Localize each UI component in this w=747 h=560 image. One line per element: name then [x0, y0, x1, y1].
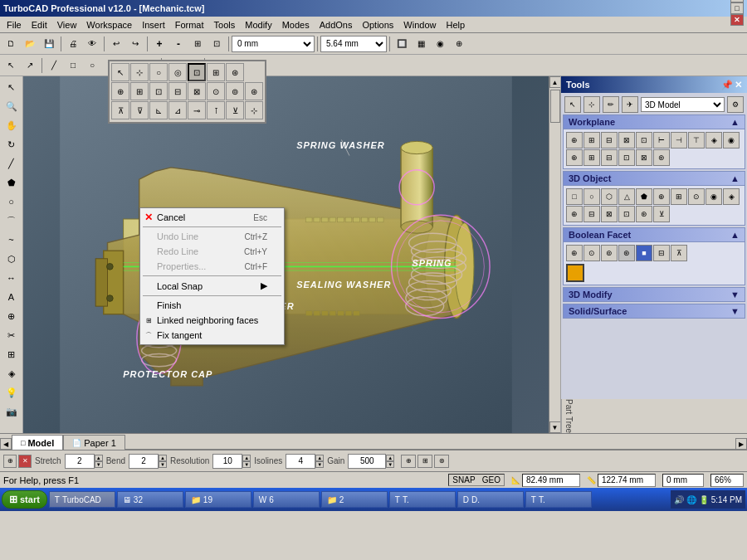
menu-insert[interactable]: Insert — [137, 18, 170, 32]
palette-move[interactable]: ⊕ — [111, 82, 129, 100]
palette-p8[interactable]: ⊹ — [245, 101, 263, 119]
boolean-header[interactable]: Boolean Facet ▲ — [563, 227, 745, 242]
palette-loft[interactable]: ⊛ — [245, 82, 263, 100]
bend-input[interactable] — [129, 454, 159, 469]
wp-tool-7[interactable]: ⊣ — [671, 132, 687, 149]
left-text[interactable]: A — [2, 288, 21, 306]
bool-tool-7[interactable]: ⊼ — [671, 245, 687, 261]
wp-tool-16[interactable]: ⊛ — [653, 149, 670, 166]
ctx-linked-faces[interactable]: ⊞ Linked neighboring faces — [140, 313, 284, 328]
boolean-collapse[interactable]: ▲ — [730, 230, 740, 240]
palette-rotate2[interactable]: ⊞ — [130, 82, 149, 100]
menu-workspace[interactable]: Workspace — [81, 18, 137, 32]
stretch-input[interactable] — [65, 454, 95, 469]
palette-sweep[interactable]: ⊚ — [226, 82, 244, 100]
3dmodify-expand[interactable]: ▼ — [730, 290, 740, 299]
tools-select-icon[interactable]: ↖ — [564, 96, 581, 113]
scroll-up[interactable]: ▲ — [549, 76, 561, 88]
wp-tool-6[interactable]: ⊢ — [653, 132, 670, 149]
zoom-out-button[interactable]: - — [169, 35, 188, 53]
ctx-fix-tangent[interactable]: ⌒ Fix tangent — [140, 328, 284, 343]
iso-up[interactable]: ▲ — [315, 455, 324, 461]
wireframe-button[interactable]: ⊕ — [450, 35, 468, 53]
workplane-collapse[interactable]: ▲ — [730, 117, 740, 127]
wp-tool-5[interactable]: ⊡ — [636, 132, 652, 149]
3d-tool-1[interactable]: □ — [566, 188, 583, 205]
menu-options[interactable]: Options — [357, 18, 398, 32]
new-button[interactable]: 🗋 — [2, 35, 20, 53]
misc-btn-1[interactable]: ⊕ — [401, 455, 416, 468]
print-button[interactable]: 🖨 — [64, 35, 82, 53]
3dobject-collapse[interactable]: ▲ — [730, 173, 740, 183]
shading-button[interactable]: ◉ — [431, 35, 449, 53]
tab-scroll-left[interactable]: ◀ — [0, 438, 12, 450]
3dobject-header[interactable]: 3D Object ▲ — [563, 171, 745, 186]
bool-tool-3[interactable]: ⊚ — [601, 245, 618, 261]
bend-up[interactable]: ▲ — [159, 455, 167, 461]
layer-dropdown[interactable]: 0 mm — [232, 36, 315, 52]
left-rotate[interactable]: ↻ — [2, 135, 21, 153]
left-zoom[interactable]: 🔍 — [2, 97, 21, 115]
undo-button[interactable]: ↩ — [107, 35, 125, 53]
workplane-header[interactable]: Workplane ▲ — [563, 114, 745, 129]
ctx-local-snap[interactable]: Local Snap ▶ — [140, 278, 284, 294]
close-button[interactable]: ✕ — [730, 14, 744, 26]
wp-tool-8[interactable]: ⊤ — [688, 132, 705, 149]
palette-lasso2[interactable]: ◎ — [168, 63, 187, 81]
palette-p1[interactable]: ⊼ — [111, 101, 129, 119]
isolines-input[interactable] — [286, 454, 315, 469]
menu-modify[interactable]: Modify — [240, 18, 276, 32]
menu-file[interactable]: File — [2, 18, 27, 32]
bool-tool-1[interactable]: ⊕ — [566, 245, 583, 261]
tools-close-icon[interactable]: ✕ — [735, 80, 742, 90]
palette-p4[interactable]: ⊿ — [168, 101, 187, 119]
cancel-smooth-btn[interactable]: ✕ — [18, 455, 32, 468]
taskbar-item-1[interactable]: 🖥 32 — [117, 491, 183, 508]
palette-p2[interactable]: ⊽ — [130, 101, 149, 119]
3d-tool-15[interactable]: ⊛ — [636, 206, 652, 222]
menu-window[interactable]: Window — [398, 18, 441, 32]
ctx-cancel[interactable]: ✕ Cancel Esc — [140, 210, 284, 225]
tools-settings-icon[interactable]: ⚙ — [727, 96, 744, 113]
scroll-down[interactable]: ▼ — [549, 421, 561, 433]
zoom-selection-button[interactable]: ⊡ — [208, 35, 226, 53]
left-modify[interactable]: ✂ — [2, 326, 21, 344]
left-circle[interactable]: ○ — [2, 192, 21, 211]
open-button[interactable]: 📂 — [21, 35, 39, 53]
3d-tool-14[interactable]: ⊡ — [618, 206, 635, 222]
taskbar-item-3[interactable]: W 6 — [253, 491, 320, 508]
left-arc[interactable]: ⌒ — [2, 212, 21, 230]
gain-down[interactable]: ▼ — [386, 461, 394, 468]
left-select[interactable]: ↖ — [2, 78, 21, 96]
scale-dropdown[interactable]: 5.64 mm — [320, 36, 387, 52]
menu-tools[interactable]: Tools — [209, 18, 241, 32]
palette-extra2[interactable]: ⊛ — [226, 63, 244, 81]
wp-tool-10[interactable]: ◉ — [723, 132, 740, 149]
solid-header[interactable]: Solid/Surface ▼ — [563, 304, 745, 319]
3d-tool-2[interactable]: ○ — [583, 188, 600, 205]
tab-model[interactable]: □ Model — [12, 435, 63, 450]
taskbar-item-7[interactable]: T T. — [525, 491, 592, 508]
menu-edit[interactable]: Edit — [27, 18, 52, 32]
left-3dobj[interactable]: ⬡ — [2, 250, 21, 268]
3d-tool-8[interactable]: ⊙ — [688, 188, 705, 205]
bend-down[interactable]: ▼ — [159, 461, 167, 468]
zoom-in-button[interactable]: + — [150, 35, 168, 53]
left-pan[interactable]: ✋ — [2, 116, 21, 134]
palette-node[interactable]: ⊹ — [130, 63, 149, 81]
wp-tool-4[interactable]: ⊠ — [618, 132, 635, 149]
misc-btn-3[interactable]: ⊛ — [434, 455, 449, 468]
gain-up[interactable]: ▲ — [386, 455, 394, 461]
menu-view[interactable]: View — [52, 18, 82, 32]
3dmodify-header[interactable]: 3D Modify ▼ — [563, 287, 745, 302]
wp-tool-11[interactable]: ⊕ — [566, 149, 583, 166]
palette-select[interactable]: ↖ — [111, 63, 129, 81]
palette-active[interactable]: ⊡ — [188, 63, 206, 81]
palette-revolve[interactable]: ⊙ — [207, 82, 225, 100]
3d-tool-11[interactable]: ⊕ — [566, 206, 583, 222]
palette-p7[interactable]: ⊻ — [226, 101, 244, 119]
wp-tool-13[interactable]: ⊟ — [601, 149, 618, 166]
palette-scale[interactable]: ⊡ — [149, 82, 168, 100]
stretch-up[interactable]: ▲ — [95, 455, 103, 461]
res-up[interactable]: ▲ — [242, 455, 251, 461]
